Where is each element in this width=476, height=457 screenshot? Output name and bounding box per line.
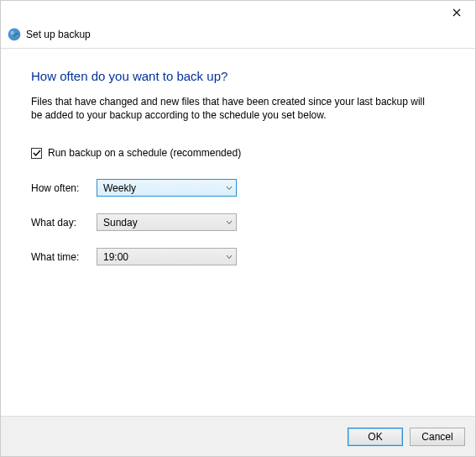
cancel-button-label: Cancel xyxy=(421,431,452,443)
chevron-down-icon xyxy=(226,220,233,225)
how-often-value: Weekly xyxy=(103,182,136,194)
backup-schedule-dialog: Set up backup How often do you want to b… xyxy=(0,0,476,457)
what-time-row: What time: 19:00 xyxy=(31,248,445,265)
chevron-down-icon xyxy=(226,186,233,191)
how-often-combobox[interactable]: Weekly xyxy=(97,179,237,197)
close-button[interactable] xyxy=(437,1,475,24)
dialog-header: Set up backup xyxy=(1,26,475,48)
what-day-row: What day: Sunday xyxy=(31,213,445,231)
svg-point-1 xyxy=(10,31,13,34)
what-day-label: What day: xyxy=(31,217,97,228)
close-icon xyxy=(452,8,461,17)
schedule-checkbox-row[interactable]: Run backup on a schedule (recommended) xyxy=(31,147,445,159)
how-often-label: How often: xyxy=(31,182,97,194)
schedule-checkbox[interactable] xyxy=(31,148,42,159)
what-day-value: Sunday xyxy=(103,217,138,228)
what-time-label: What time: xyxy=(31,251,97,263)
ok-button[interactable]: OK xyxy=(348,428,403,446)
backup-icon xyxy=(8,28,21,41)
titlebar xyxy=(1,1,475,26)
what-day-combobox[interactable]: Sunday xyxy=(97,213,237,231)
dialog-title: Set up backup xyxy=(26,29,91,40)
what-time-value: 19:00 xyxy=(103,251,128,263)
checkmark-icon xyxy=(33,150,41,157)
dialog-footer: OK Cancel xyxy=(1,416,475,456)
content-area: How often do you want to back up? Files … xyxy=(1,49,475,416)
chevron-down-icon xyxy=(226,255,233,260)
schedule-checkbox-label: Run backup on a schedule (recommended) xyxy=(48,147,241,159)
ok-button-label: OK xyxy=(368,431,382,443)
page-description: Files that have changed and new files th… xyxy=(31,95,426,122)
what-time-combobox[interactable]: 19:00 xyxy=(97,248,237,265)
page-heading: How often do you want to back up? xyxy=(31,69,445,83)
cancel-button[interactable]: Cancel xyxy=(410,428,465,446)
how-often-row: How often: Weekly xyxy=(31,179,445,197)
